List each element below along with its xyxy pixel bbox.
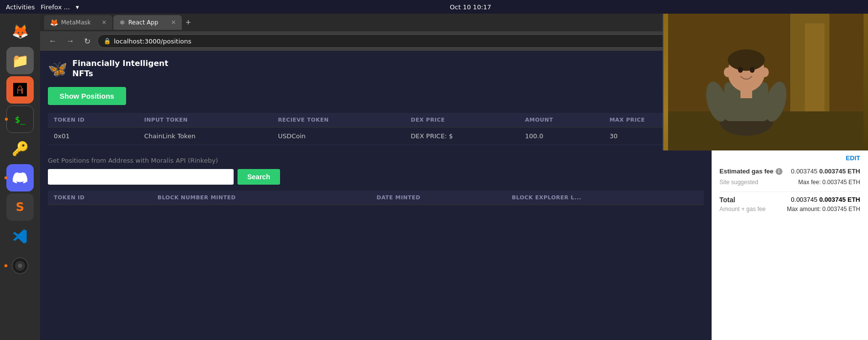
svg-rect-13 xyxy=(740,89,752,98)
sidebar-item-sublime[interactable]: S xyxy=(6,193,34,221)
sidebar-item-vscode[interactable] xyxy=(6,223,34,250)
refresh-button[interactable]: ↻ xyxy=(81,35,93,48)
webcam-video xyxy=(664,51,868,150)
dropdown-icon[interactable]: ▾ xyxy=(76,3,79,11)
mm-gas-fee-info[interactable]: i xyxy=(776,168,782,175)
app-title-line1: Financially Intelligent xyxy=(72,59,168,69)
nft-col-date-minted: DATE MINTED xyxy=(371,191,506,205)
sidebar-item-discord[interactable] xyxy=(6,164,34,191)
metamask-favicon: 🦊 xyxy=(50,19,58,26)
mm-gas-amount: 0.003745 xyxy=(791,168,817,175)
svg-point-12 xyxy=(761,67,769,77)
tab-react-app[interactable]: ⚛ React App ✕ xyxy=(113,15,182,30)
mm-total-label: Total xyxy=(719,196,735,204)
mm-site-suggested-row: Site suggested Max fee: 0.003745 ETH xyxy=(719,179,860,186)
cell-input-token: ChainLink Token xyxy=(138,127,272,145)
search-input[interactable] xyxy=(48,169,234,185)
app-logo: 🦋 xyxy=(48,60,67,78)
sidebar-item-terminal[interactable]: $_ xyxy=(6,106,34,133)
mm-divider xyxy=(719,191,860,192)
mm-amount-gasfe-row: Amount + gas fee Max amount: 0.003745 ET… xyxy=(719,206,860,212)
tab-metamask-close[interactable]: ✕ xyxy=(102,19,107,26)
react-app-favicon: ⚛ xyxy=(119,19,126,26)
os-topbar: Activities Firefox ... ▾ Oct 10 10:17 xyxy=(0,0,868,14)
sidebar-item-folder[interactable]: 📁 xyxy=(6,47,34,74)
nft-table-header: TOKEN ID BLOCK NUMBER MINTED DATE MINTED… xyxy=(48,191,704,205)
tab-metamask[interactable]: 🦊 MetaMask ✕ xyxy=(44,15,112,30)
nft-col-block-explorer: BLOCK EXPLORER L... xyxy=(506,191,704,205)
sidebar-item-obs[interactable] xyxy=(6,252,34,279)
app-header: 🦋 Financially Intelligent NFTs xyxy=(48,59,704,79)
nft-col-block-number: BLOCK NUMBER MINTED xyxy=(152,191,370,205)
moralis-label: Get Positions from Address with Moralis … xyxy=(48,157,704,164)
os-topbar-left: Activities Firefox ... ▾ xyxy=(6,3,79,11)
search-button[interactable]: Search xyxy=(238,169,280,185)
mm-amount-gas-label: Amount + gas fee xyxy=(719,206,765,212)
mm-edit-row: EDIT xyxy=(719,154,860,162)
cell-dex-price: DEX PRICE: $ xyxy=(405,127,520,145)
svg-point-16 xyxy=(738,67,743,73)
app-content: 🦋 Financially Intelligent NFTs Show Posi… xyxy=(40,51,712,340)
cell-receive-token: USDCoin xyxy=(272,127,405,145)
main-area: 🦊 MetaMask ✕ ⚛ React App ✕ + ← → ↻ 🔒 loc… xyxy=(40,14,868,340)
mm-details-panel: EDIT Estimated gas fee i 0.003745 0.0037… xyxy=(712,149,868,218)
col-dex-price: DEX PRICE xyxy=(405,113,520,128)
app-title-line2: NFTs xyxy=(72,69,168,79)
mm-total-value: 0.003745 0.003745 ETH xyxy=(791,196,860,203)
sidebar-item-keychain[interactable]: 🔑 xyxy=(6,135,34,162)
col-receive-token: RECIEVE TOKEN xyxy=(272,113,405,128)
nft-col-token-id: TOKEN ID xyxy=(48,191,152,205)
col-amount: AMOUNT xyxy=(519,113,604,128)
lock-icon: 🔒 xyxy=(104,38,111,44)
tab-add-button[interactable]: + xyxy=(183,18,194,28)
col-input-token: INPUT TOKEN xyxy=(138,113,272,128)
svg-point-17 xyxy=(750,67,755,73)
mm-gas-fee-value: 0.003745 0.003745 ETH xyxy=(791,168,860,175)
mm-gas-bold: 0.003745 ETH xyxy=(819,168,860,175)
mm-max-fee: Max fee: 0.003745 ETH xyxy=(798,179,860,186)
cell-token-id: 0x01 xyxy=(48,127,138,145)
webcam-svg xyxy=(668,51,864,150)
table-row: 0x01 ChainLink Token USDCoin DEX PRICE: … xyxy=(48,127,704,145)
tab-metamask-label: MetaMask xyxy=(61,19,91,26)
mm-gas-fee-row: Estimated gas fee i 0.003745 0.003745 ET… xyxy=(719,168,860,175)
mm-gas-fee-label: Estimated gas fee i xyxy=(719,168,782,175)
tab-react-app-label: React App xyxy=(129,19,158,26)
app-title: Financially Intelligent NFTs xyxy=(72,59,168,79)
cell-amount: 100.0 xyxy=(519,127,604,145)
browser-content: 🦋 Financially Intelligent NFTs Show Posi… xyxy=(40,51,868,340)
sidebar-item-appstore[interactable]: 🅰 xyxy=(6,76,34,104)
positions-table-header: TOKEN ID INPUT TOKEN RECIEVE TOKEN DEX P… xyxy=(48,113,704,128)
mm-site-suggested-label: Site suggested xyxy=(719,179,758,186)
browser-label[interactable]: Firefox ... xyxy=(41,3,70,11)
forward-button[interactable]: → xyxy=(64,35,77,47)
mm-edit-button[interactable]: EDIT xyxy=(846,154,860,162)
sidebar-item-firefox[interactable]: 🦊 xyxy=(6,18,34,45)
search-row: Search xyxy=(48,169,704,185)
os-datetime: Oct 10 10:17 xyxy=(450,3,491,11)
mm-total-row: Total 0.003745 0.003745 ETH xyxy=(719,196,860,204)
mm-max-amount: Max amount: 0.003745 ETH xyxy=(787,206,860,212)
webcam-overlay xyxy=(663,51,868,150)
svg-point-11 xyxy=(724,67,732,77)
show-positions-button[interactable]: Show Positions xyxy=(48,87,126,105)
svg-point-2 xyxy=(18,264,22,268)
back-button[interactable]: ← xyxy=(46,35,60,47)
moralis-section: Get Positions from Address with Moralis … xyxy=(48,157,704,205)
col-token-id: TOKEN ID xyxy=(48,113,138,128)
activities-label[interactable]: Activities xyxy=(6,3,35,11)
positions-table: TOKEN ID INPUT TOKEN RECIEVE TOKEN DEX P… xyxy=(48,113,704,145)
os-sidebar: 🦊 📁 🅰 $_ 🔑 S xyxy=(0,14,40,340)
nft-table: TOKEN ID BLOCK NUMBER MINTED DATE MINTED… xyxy=(48,191,704,205)
tab-react-app-close[interactable]: ✕ xyxy=(171,19,176,26)
address-text: localhost:3000/positions xyxy=(114,38,191,45)
